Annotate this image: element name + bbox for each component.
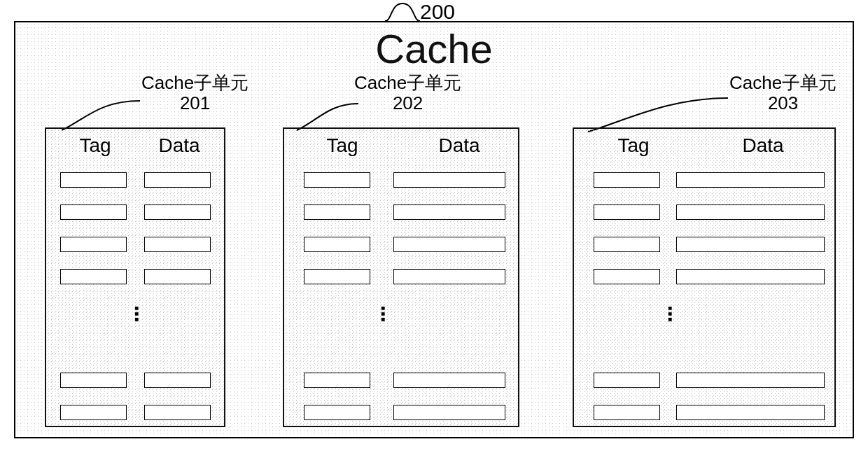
tag-cell (594, 373, 660, 388)
data-cell (676, 405, 825, 420)
data-cell (393, 204, 505, 220)
data-cell (393, 373, 505, 388)
cache-subunit-203: Tag Data ■■■ (573, 127, 836, 427)
data-cell (144, 269, 211, 284)
column-header-data: Data (707, 134, 819, 157)
column-header-tag: Tag (60, 134, 130, 157)
tag-cell (60, 204, 127, 220)
data-cell (676, 269, 825, 284)
data-cell (393, 172, 505, 188)
cache-outer-box: Cache Cache子单元 201 Cache子单元 202 Cache子单元… (14, 21, 854, 438)
tag-cell (304, 204, 370, 220)
tag-cell (304, 405, 370, 420)
subunit-label-text: Cache子单元 (141, 72, 248, 93)
vertical-ellipsis: ■■■ (133, 305, 140, 322)
data-cell (393, 405, 505, 420)
tag-cell (60, 373, 127, 388)
tag-cell (594, 269, 660, 284)
tag-cell (304, 373, 370, 388)
subunit-label-202: Cache子单元 202 (354, 73, 461, 113)
vertical-ellipsis: ■■■ (666, 305, 673, 322)
tag-cell (60, 172, 127, 188)
data-cell (393, 237, 505, 252)
cache-title: Cache (15, 25, 853, 72)
data-cell (676, 172, 825, 188)
reference-number-main: 200 (420, 0, 455, 24)
data-cell (144, 373, 211, 388)
tag-cell (60, 405, 127, 420)
data-cell (676, 237, 825, 252)
cache-subunit-201: Tag Data ■■■ (45, 127, 225, 427)
data-cell (144, 204, 211, 220)
data-cell (144, 405, 211, 420)
tag-cell (594, 405, 660, 420)
column-header-data: Data (410, 134, 508, 157)
subunit-label-num: 202 (354, 93, 461, 113)
subunit-label-text: Cache子单元 (729, 72, 836, 93)
column-header-tag: Tag (304, 134, 381, 157)
data-cell (144, 237, 211, 252)
diagram-canvas: 200 Cache Cache子单元 201 Cache子单元 202 Cach… (0, 0, 868, 451)
subunit-label-203: Cache子单元 203 (729, 73, 836, 113)
column-header-data: Data (144, 134, 214, 157)
data-cell (676, 373, 825, 388)
tag-cell (60, 237, 127, 252)
data-cell (393, 269, 505, 284)
data-cell (676, 204, 825, 220)
tag-cell (304, 237, 370, 252)
data-cell (144, 172, 211, 188)
curly-brace-connector (385, 0, 420, 21)
tag-cell (304, 269, 370, 284)
subunit-label-201: Cache子单元 201 (141, 73, 248, 113)
column-header-tag: Tag (595, 134, 672, 157)
tag-cell (594, 237, 660, 252)
tag-cell (594, 172, 660, 188)
tag-cell (60, 269, 127, 284)
tag-cell (594, 204, 660, 220)
subunit-label-num: 201 (141, 93, 248, 113)
cache-subunit-202: Tag Data ■■■ (283, 127, 519, 427)
tag-cell (304, 172, 370, 188)
subunit-label-text: Cache子单元 (354, 72, 461, 93)
subunit-label-num: 203 (729, 93, 836, 113)
vertical-ellipsis: ■■■ (379, 305, 386, 322)
